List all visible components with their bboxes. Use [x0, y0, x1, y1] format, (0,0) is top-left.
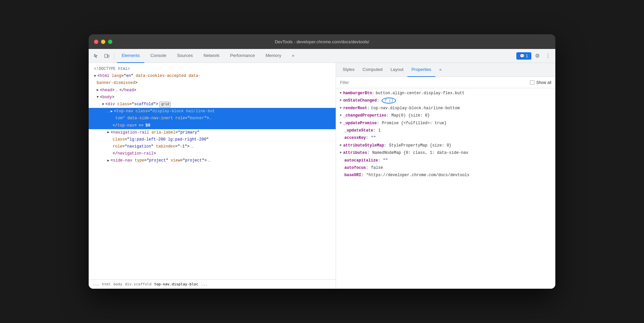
prop-row-baseuri: baseURI : "https://developer.chrome.com/…: [336, 171, 555, 179]
dom-doctype-line: <!DOCTYPE html>: [89, 66, 336, 73]
toolbar-right: 💬 1 ⚙ ⋮: [516, 51, 553, 61]
settings-icon[interactable]: ⚙: [533, 51, 542, 61]
breadcrumb-topnav[interactable]: top-nav.display-bloc: [153, 282, 199, 286]
filter-input[interactable]: [340, 80, 527, 85]
more-menu-icon[interactable]: ⋮: [543, 51, 553, 61]
title-bar: DevTools - developer.chrome.com/docs/dev…: [89, 34, 555, 49]
breadcrumb-more[interactable]: ...: [200, 282, 209, 286]
expand-scaffold-icon[interactable]: ▼: [102, 102, 104, 107]
breadcrumb-bar: ... html body div.scaffold top-nav.displ…: [89, 279, 336, 289]
expand-navrail-icon[interactable]: ▶: [107, 130, 109, 135]
svg-rect-1: [108, 55, 109, 57]
dom-tree: <!DOCTYPE html> ▼ <html lang="en" data-c…: [89, 63, 336, 279]
expand-updatepromise-icon[interactable]: ▶: [340, 121, 342, 126]
prop-row-updatestate: _updateState : 1: [336, 127, 555, 134]
right-tab-layout[interactable]: Layout: [386, 63, 407, 77]
expand-onstatechanged-icon[interactable]: ▶: [340, 98, 342, 103]
tab-more[interactable]: »: [287, 49, 299, 63]
device-toggle-icon[interactable]: [102, 51, 111, 61]
right-tab-computed[interactable]: Computed: [358, 63, 386, 77]
dollar-zero: $0: [145, 123, 150, 129]
prop-row-onstatechanged: ▶ onStateChanged : f (): [336, 97, 555, 104]
dom-navrail-line[interactable]: ▶ <navigation-rail aria-label="primary": [89, 129, 336, 136]
prop-row-attrStyleMap: ▶ attributeStyleMap : StylePropertyMap {…: [336, 142, 555, 149]
dots-indicator: …: [107, 109, 109, 114]
tab-performance[interactable]: Performance: [225, 49, 259, 63]
inspect-icon[interactable]: [91, 51, 101, 61]
toolbar-divider: [114, 53, 114, 59]
show-all-label: Show all: [530, 80, 551, 85]
expand-body-icon[interactable]: ▼: [97, 95, 99, 100]
dom-scaffold-line[interactable]: ▼ <div class="scaffold"> grid: [89, 101, 336, 108]
tab-console[interactable]: Console: [146, 49, 171, 63]
dom-topnav-open-line2: tom" data-side-nav-inert role="banner"> …: [89, 115, 336, 122]
prop-row-changedprops: ▶ _changedProperties : Map(0) {size: 0}: [336, 112, 555, 119]
dom-head-line[interactable]: ▶ <head> … </head>: [89, 87, 336, 94]
breadcrumb-html[interactable]: html: [101, 282, 112, 286]
right-tab-properties[interactable]: Properties: [407, 63, 435, 77]
expand-changedprops-icon[interactable]: ▶: [340, 113, 342, 118]
tab-sources[interactable]: Sources: [172, 49, 198, 63]
tab-memory[interactable]: Memory: [261, 49, 286, 63]
expand-renderroot-icon[interactable]: ▶: [340, 106, 342, 111]
prop-row-autocapitalize: autocapitalize : "": [336, 157, 555, 164]
dom-body-line[interactable]: ▼ <body>: [89, 94, 336, 101]
svg-rect-0: [105, 54, 107, 58]
window-title: DevTools - developer.chrome.com/docs/dev…: [275, 39, 369, 44]
dom-navrail-close: </navigation-rail>: [89, 150, 336, 157]
prop-row-autofocus: autofocus : false: [336, 164, 555, 171]
right-panel: Styles Computed Layout Properties » Show…: [336, 63, 555, 289]
dom-navrail-line3: role="navigation" tabindex="-1"> …: [89, 143, 336, 150]
breadcrumb-body[interactable]: body: [112, 282, 124, 286]
prop-row-renderroot: ▶ renderRoot : top-nav.display-block.hai…: [336, 105, 555, 112]
top-toolbar: Elements Console Sources Network Perform…: [89, 49, 555, 63]
function-badge: f (): [382, 98, 396, 104]
dom-topnav-close-line[interactable]: </top-nav> == $0: [89, 122, 336, 129]
expand-hamburgerbtn-icon[interactable]: ▶: [340, 91, 342, 96]
tab-network[interactable]: Network: [199, 49, 224, 63]
dom-topnav-open-line[interactable]: … ▶ <top-nav class="display-block hairli…: [89, 108, 336, 115]
expand-topnav-icon[interactable]: ▶: [111, 109, 113, 114]
filter-bar: Show all: [336, 77, 555, 88]
prop-row-hamburgerbtn: ▶ hamburgerBtn : button.align-center.dis…: [336, 90, 555, 97]
expand-html-icon[interactable]: ▼: [94, 74, 96, 79]
prop-row-accesskey: accessKey : "": [336, 134, 555, 142]
devtools-panel: Elements Console Sources Network Perform…: [89, 49, 555, 289]
traffic-lights: [94, 40, 112, 44]
right-tab-styles[interactable]: Styles: [339, 63, 358, 77]
expand-head-icon[interactable]: ▶: [97, 88, 99, 93]
grid-badge: grid: [159, 102, 171, 108]
minimize-button[interactable]: [101, 40, 105, 44]
maximize-button[interactable]: [108, 40, 112, 44]
dom-html-line[interactable]: ▼ <html lang="en" data-cookies-accepted …: [89, 73, 336, 80]
right-tabs: Styles Computed Layout Properties »: [336, 63, 555, 77]
expand-attributes-icon[interactable]: ▶: [340, 150, 342, 155]
expand-sidenav-icon[interactable]: ▶: [107, 158, 109, 163]
prop-row-attributes: ▶ attributes : NamedNodeMap {0: class, 1…: [336, 149, 555, 157]
breadcrumb-div[interactable]: div.scaffold: [124, 282, 153, 286]
prop-row-updatepromise: ▶ _updatePromise : Promise {<fulfilled>:…: [336, 120, 555, 127]
main-content: <!DOCTYPE html> ▼ <html lang="en" data-c…: [89, 63, 555, 289]
dom-html-line2: banner-dismissed>: [89, 80, 336, 87]
expand-attrstylemap-icon[interactable]: ▶: [340, 143, 342, 148]
breadcrumb-dots[interactable]: ...: [91, 282, 101, 286]
close-button[interactable]: [94, 40, 98, 44]
devtools-window: DevTools - developer.chrome.com/docs/dev…: [89, 34, 555, 289]
show-all-checkbox[interactable]: [530, 80, 534, 85]
tab-elements[interactable]: Elements: [117, 49, 144, 63]
right-tab-more[interactable]: »: [435, 63, 446, 77]
left-panel: <!DOCTYPE html> ▼ <html lang="en" data-c…: [89, 63, 336, 289]
properties-content: ▶ hamburgerBtn : button.align-center.dis…: [336, 88, 555, 289]
chat-button[interactable]: 💬 1: [516, 52, 531, 60]
dom-navrail-line2: class="lg:pad-left-200 lg:pad-right-200": [89, 136, 336, 143]
dom-sidenav-line[interactable]: ▶ <side-nav type="project" view="project…: [89, 157, 336, 164]
